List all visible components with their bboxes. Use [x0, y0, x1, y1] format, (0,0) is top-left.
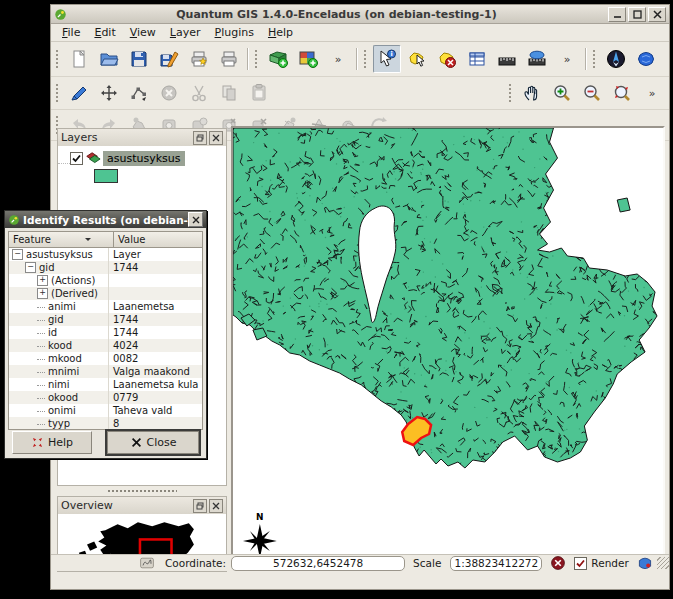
collapse-icon[interactable]: − [12, 249, 23, 260]
compass-plugin-icon [606, 49, 626, 69]
dialog-close-action-button[interactable]: Close [107, 431, 199, 454]
feature-value: 1744 [109, 262, 202, 273]
zoom-out-button[interactable] [578, 79, 606, 107]
identify-row[interactable]: mkood0082 [9, 352, 202, 365]
feature-name: animi [48, 301, 76, 312]
dock-splitter[interactable] [57, 488, 227, 494]
layer-symbol-item[interactable] [94, 169, 226, 186]
identify-row[interactable]: +(Actions) [9, 274, 202, 287]
expand-icon[interactable]: + [37, 275, 48, 286]
select-features-button[interactable] [403, 45, 431, 73]
deselect-features-button[interactable] [433, 45, 461, 73]
minimize-button[interactable] [608, 7, 626, 22]
new-print-composer-button[interactable] [185, 45, 213, 73]
feature-column-header[interactable]: Feature [9, 232, 114, 247]
collapse-icon[interactable]: − [25, 262, 36, 273]
identify-row[interactable]: gid1744 [9, 313, 202, 326]
sort-indicator-icon [85, 238, 91, 244]
menu-layer[interactable]: Layer [163, 25, 208, 40]
identify-row[interactable]: −asustusyksusLayer [9, 248, 202, 261]
new-project-icon [69, 49, 89, 69]
identify-features-button[interactable]: i [373, 45, 401, 73]
toolbar-handle[interactable] [508, 83, 513, 103]
panel-float-button[interactable] [193, 499, 207, 513]
layer-item[interactable]: asustusyksus [58, 149, 226, 167]
tree-branch [58, 153, 70, 164]
pan-map-button[interactable] [518, 79, 546, 107]
identify-row[interactable]: animiLaanemetsa [9, 300, 202, 313]
layer-visibility-checkbox[interactable] [70, 152, 83, 165]
stop-rendering-button[interactable] [550, 555, 568, 571]
toolbar-handle[interactable] [55, 83, 60, 103]
panel-close-button[interactable] [209, 499, 223, 513]
menu-edit[interactable]: Edit [87, 25, 122, 40]
value-column-header[interactable]: Value [114, 232, 202, 247]
maximize-button[interactable] [628, 7, 646, 22]
toggle-editing-button[interactable] [65, 79, 93, 107]
save-project-as-icon [159, 49, 179, 69]
dialog-close-button[interactable] [188, 212, 203, 227]
save-project-button[interactable] [125, 45, 153, 73]
save-project-as-button[interactable] [155, 45, 183, 73]
zoom-full-button[interactable] [608, 79, 636, 107]
scale-field[interactable]: 1:38823412272 [450, 556, 542, 571]
toolbar-handle[interactable] [254, 49, 259, 69]
toolbar-handle[interactable] [55, 49, 60, 69]
zoom-in-button[interactable] [548, 79, 576, 107]
feature-value: 4024 [109, 340, 202, 351]
feature-name: mkood [48, 353, 82, 364]
copy-features-icon [219, 83, 239, 103]
feature-name: gid [39, 262, 54, 273]
measure-area-button[interactable] [523, 45, 551, 73]
resize-grip[interactable] [657, 557, 669, 569]
toolbar-handle[interactable] [363, 49, 368, 69]
toolbar-overflow-button[interactable]: » [553, 45, 581, 73]
measure-line-button[interactable] [493, 45, 521, 73]
identify-row[interactable]: tyyp8 [9, 417, 202, 430]
move-feature-button[interactable] [95, 79, 123, 107]
expand-icon[interactable]: + [37, 288, 48, 299]
print-button[interactable] [215, 45, 243, 73]
open-project-button[interactable] [95, 45, 123, 73]
identify-row[interactable]: −gid1744 [9, 261, 202, 274]
panel-close-button[interactable] [209, 131, 223, 145]
render-label: Render [591, 557, 628, 569]
render-checkbox[interactable] [574, 557, 587, 570]
cut-features-button [185, 79, 213, 107]
toolbar-overflow-button[interactable]: » [638, 79, 666, 107]
projection-button[interactable] [637, 555, 655, 571]
menu-help[interactable]: Help [261, 25, 300, 40]
new-project-button[interactable] [65, 45, 93, 73]
identify-row[interactable]: kood4024 [9, 339, 202, 352]
crs-icon [637, 555, 653, 571]
extent-status-icon[interactable] [139, 555, 157, 571]
feature-name: asustusyksus [26, 249, 93, 260]
identify-row[interactable]: mnimiValga maakond [9, 365, 202, 378]
toolbar-overflow-button[interactable]: » [324, 45, 352, 73]
identify-row[interactable]: id1744 [9, 326, 202, 339]
close-button[interactable] [648, 7, 666, 22]
splitter-handle-icon [107, 489, 177, 493]
map-canvas[interactable]: N [233, 128, 663, 569]
menu-plugins[interactable]: Plugins [208, 25, 261, 40]
identify-row[interactable]: okood0779 [9, 391, 202, 404]
identify-row[interactable]: +(Derived) [9, 287, 202, 300]
add-vector-layer-button[interactable] [264, 45, 292, 73]
panel-float-button[interactable] [193, 131, 207, 145]
dialog-title-bar[interactable]: Identify Results (on debian-t [5, 211, 206, 228]
globe-plugin-button[interactable] [632, 45, 660, 73]
add-raster-layer-button[interactable] [294, 45, 322, 73]
help-button[interactable]: Help [12, 431, 92, 454]
coordinate-field[interactable]: 572632,6452478 [231, 556, 405, 571]
node-tool-button[interactable] [125, 79, 153, 107]
qgis-logo-icon [54, 8, 67, 21]
toolbar-handle[interactable] [592, 49, 597, 69]
identify-row[interactable]: nimiLaanemetsa kula [9, 378, 202, 391]
identify-row[interactable]: onimiTaheva vald [9, 404, 202, 417]
title-bar[interactable]: Quantum GIS 1.4.0-Enceladus (on debian-t… [51, 5, 669, 24]
menu-view[interactable]: View [123, 25, 163, 40]
compass-plugin-button[interactable] [602, 45, 630, 73]
open-attribute-table-button[interactable] [463, 45, 491, 73]
open-attribute-table-icon [467, 49, 487, 69]
menu-file[interactable]: File [55, 25, 87, 40]
